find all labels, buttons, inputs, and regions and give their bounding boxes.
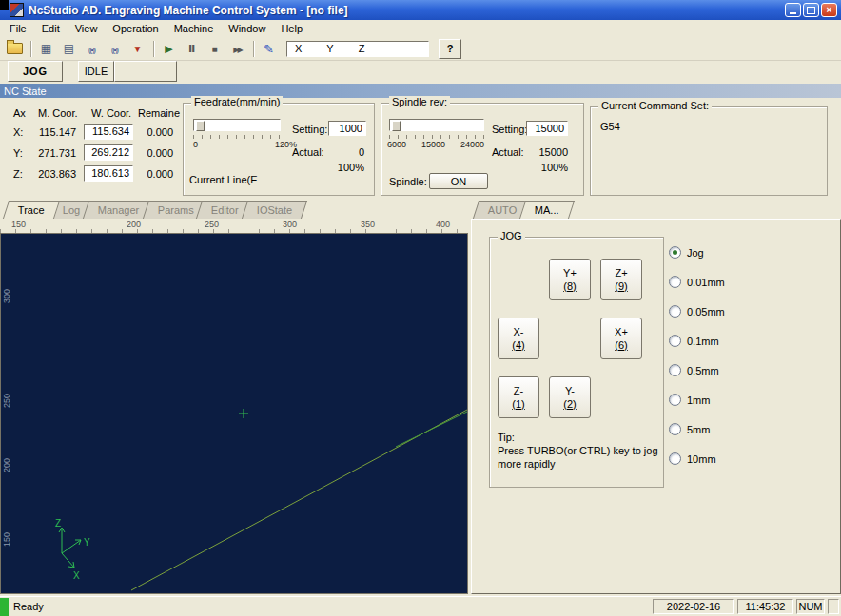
trace-tabstrip: Trace Log Manager Params Editor IOState <box>6 201 298 219</box>
view-screen-button[interactable] <box>58 39 80 59</box>
jog-tip-text: Press TURBO(or CTRL) key to jog more rap… <box>498 445 659 472</box>
help-button[interactable]: ? <box>439 39 461 59</box>
jog-button-y-plus[interactable]: Y+(8) <box>549 259 591 300</box>
spindle-scale-max: 24000 <box>460 140 484 149</box>
ruler-number: 400 <box>436 220 450 229</box>
xyz-display[interactable]: X Y Z <box>286 41 429 57</box>
stop-button[interactable] <box>204 39 225 59</box>
tab-trace[interactable]: Trace <box>3 201 60 219</box>
menu-edit[interactable]: Edit <box>34 22 68 35</box>
simulate-fast-button[interactable] <box>104 39 126 59</box>
start-button[interactable] <box>158 39 180 59</box>
menu-view[interactable]: View <box>68 22 106 35</box>
feedrate-percent: 100% <box>326 162 364 173</box>
grid-icon <box>41 42 51 55</box>
spindle-scale-mid: 15000 <box>421 140 445 149</box>
status-empty-pane <box>828 599 839 614</box>
ruler-number: 300 <box>283 220 297 229</box>
z-work-coord-field[interactable]: 180.613 <box>84 165 133 182</box>
minimize-button[interactable] <box>785 3 801 17</box>
spindle-on-button[interactable]: ON <box>429 173 488 189</box>
view-trace-button[interactable] <box>35 39 57 59</box>
jog-button-x-plus[interactable]: X+(6) <box>600 318 642 359</box>
axis-triad-icon <box>59 528 81 568</box>
simulate-fast-icon <box>111 43 118 54</box>
simulate-button[interactable] <box>81 39 103 59</box>
open-file-button[interactable] <box>4 39 26 59</box>
spindle-group: Spindle rev: 6000 15000 24000 Setting: 1… <box>381 103 584 196</box>
spindle-actual-label: Actual: <box>492 146 524 158</box>
feedrate-setting-field[interactable]: 1000 <box>328 121 366 136</box>
app-icon <box>10 3 24 17</box>
feedrate-actual-label: Actual: <box>292 146 324 158</box>
menu-machine[interactable]: Machine <box>166 22 222 35</box>
step-option-0-01mm[interactable]: 0.01mm <box>669 274 725 290</box>
open-folder-icon <box>7 43 23 54</box>
load-program-button[interactable] <box>127 39 148 59</box>
spindle-percent: 100% <box>526 162 568 173</box>
jog-mode-button[interactable]: JOG <box>8 61 63 82</box>
toolbar-separator <box>253 41 254 57</box>
pause-button[interactable] <box>181 39 203 59</box>
tab-iostate[interactable]: IOState <box>242 201 307 219</box>
step-option-10mm[interactable]: 10mm <box>669 451 725 467</box>
spindle-setting-field[interactable]: 15000 <box>526 121 568 136</box>
feedrate-slider[interactable] <box>193 119 281 131</box>
y-machine-coord: 271.731 <box>30 147 76 159</box>
x-remaining: 0.000 <box>135 126 173 138</box>
xyz-y-label: Y <box>326 43 333 54</box>
current-line-label: Current Line(E <box>189 174 258 185</box>
step-option-1mm[interactable]: 1mm <box>669 392 725 408</box>
titlebar: NcStudio AD. Engraving Machine Control S… <box>0 0 841 20</box>
tab-manual[interactable]: MA... <box>519 201 575 219</box>
close-button[interactable] <box>821 3 837 17</box>
jog-button-x-minus[interactable]: X-(4) <box>498 318 539 359</box>
feedrate-slider-thumb[interactable] <box>196 121 205 131</box>
close-icon <box>827 6 832 15</box>
jog-tip: Tip: Press TURBO(or CTRL) key to jog mor… <box>498 432 659 471</box>
x-work-coord-field[interactable]: 115.634 <box>84 124 133 140</box>
status-numlock: NUM <box>796 599 825 614</box>
ruler-number: 200 <box>127 220 141 229</box>
status-date: 2022-02-16 <box>653 599 734 614</box>
status-time: 11:45:32 <box>737 599 793 614</box>
jog-group: JOG Y+(8) Z+(9) X-(4) X+(6) Z-(1) Y-(2) … <box>489 237 664 488</box>
col-header-mcoor: M. Coor. <box>38 107 78 119</box>
jog-button-y-minus[interactable]: Y-(2) <box>549 376 591 418</box>
ruler-number: 150 <box>11 220 26 229</box>
z-machine-coord: 203.863 <box>30 168 76 180</box>
menu-window[interactable]: Window <box>221 22 273 35</box>
trace-viewport[interactable]: 300 250 200 150 Z Y X <box>0 233 468 594</box>
edit-button[interactable] <box>258 39 280 59</box>
y-work-coord-field[interactable]: 269.212 <box>84 144 133 161</box>
stop-icon <box>211 43 217 54</box>
step-option-jog[interactable]: Jog <box>669 244 725 260</box>
pause-icon <box>188 43 195 55</box>
step-button[interactable] <box>226 39 248 59</box>
axis-y-letter: Y <box>84 537 90 548</box>
nc-state-panel: Ax M. Coor. W. Coor. Remaine X: 115.147 … <box>0 98 841 200</box>
step-option-0-5mm[interactable]: 0.5mm <box>669 362 725 378</box>
status-ready: Ready <box>13 601 44 612</box>
operation-tabstrip: AUTO MA... <box>476 201 565 219</box>
spindle-slider-thumb[interactable] <box>392 121 401 131</box>
menu-operation[interactable]: Operation <box>105 22 166 35</box>
axis-z-label: Z: <box>13 168 23 180</box>
axis-x-label: X: <box>13 126 23 138</box>
simulate-icon <box>88 43 95 54</box>
step-option-5mm[interactable]: 5mm <box>669 421 725 437</box>
z-remaining: 0.000 <box>135 168 173 180</box>
step-option-0-05mm[interactable]: 0.05mm <box>669 303 725 319</box>
play-icon <box>165 43 172 55</box>
menu-help[interactable]: Help <box>273 22 310 35</box>
jog-button-z-minus[interactable]: Z-(1) <box>498 376 539 418</box>
restore-button[interactable] <box>803 3 819 17</box>
menu-file[interactable]: File <box>2 22 34 35</box>
radio-icon <box>669 423 681 435</box>
axis-z-letter: Z <box>55 518 61 529</box>
step-option-0-1mm[interactable]: 0.1mm <box>669 333 725 349</box>
spindle-actual-value: 15000 <box>526 146 568 158</box>
jog-button-z-plus[interactable]: Z+(9) <box>600 259 642 300</box>
spindle-slider[interactable] <box>389 119 484 131</box>
feedrate-group-title: Feedrate(mm/min) <box>191 96 283 107</box>
